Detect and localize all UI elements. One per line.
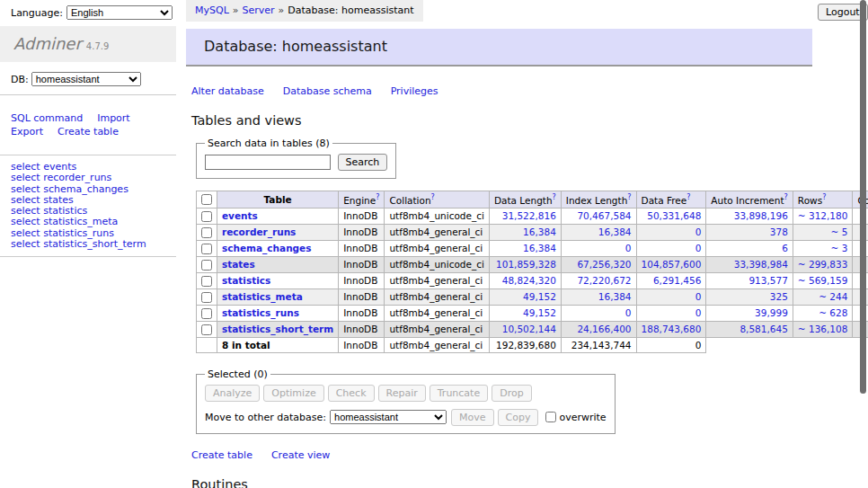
help-link[interactable]: ? xyxy=(431,193,435,201)
table-cell-collation: utf8mb4_general_ci xyxy=(385,305,489,321)
help-link[interactable]: ? xyxy=(686,193,690,201)
table-cell-engine: InnoDB xyxy=(339,321,385,337)
row-checkbox[interactable] xyxy=(201,292,212,303)
row-checkbox[interactable] xyxy=(201,227,212,238)
total-empty-cell xyxy=(706,337,868,352)
row-checkbox-cell xyxy=(197,240,217,256)
move-db-select[interactable]: homeassistant xyxy=(330,410,447,424)
sidebar-table-link[interactable]: select recorder_runs xyxy=(11,172,111,183)
total-label-cell: 8 in total xyxy=(217,337,339,352)
table-row: statisticsInnoDButf8mb4_general_ci48,824… xyxy=(197,272,868,288)
sidebar-table-link[interactable]: select statistics_runs xyxy=(11,227,114,239)
brand-name: Adminer xyxy=(13,34,82,53)
copy-button[interactable]: Copy xyxy=(498,409,539,426)
overwrite-checkbox[interactable] xyxy=(545,412,556,422)
column-header: Data Length? xyxy=(489,191,561,209)
help-link[interactable]: ? xyxy=(376,193,379,201)
row-checkbox[interactable] xyxy=(201,276,212,287)
move-row: Move to other database:homeassistantMove… xyxy=(205,409,607,426)
sidebar-action-link[interactable]: Create table xyxy=(58,125,119,138)
table-cell-rows: ~ 5 xyxy=(793,224,853,240)
search-legend: Search data in tables (8) xyxy=(205,138,332,149)
column-header: Engine? xyxy=(339,191,385,209)
help-link[interactable]: ? xyxy=(822,193,826,201)
row-checkbox[interactable] xyxy=(201,324,212,335)
table-name-link[interactable]: schema_changes xyxy=(222,243,312,253)
row-checkbox[interactable] xyxy=(201,260,212,271)
table-cell-data_free: 104,857,600 xyxy=(636,256,706,272)
table-name-link[interactable]: events xyxy=(222,210,258,221)
optimize-button[interactable]: Optimize xyxy=(263,385,323,402)
create-link[interactable]: Create view xyxy=(271,449,330,461)
analyze-button[interactable]: Analyze xyxy=(205,385,260,402)
breadcrumb-link[interactable]: MySQL xyxy=(195,4,229,16)
table-name-link[interactable]: statistics_runs xyxy=(222,307,299,318)
table-cell-auto_increment: 378 xyxy=(706,224,793,240)
table-cell-data_free: 0 xyxy=(636,224,706,240)
sidebar-table-link[interactable]: select statistics_short_term xyxy=(11,238,146,250)
table-name-cell: recorder_runs xyxy=(217,224,339,240)
check-button[interactable]: Check xyxy=(328,385,375,402)
help-link[interactable]: ? xyxy=(784,193,788,201)
table-name-link[interactable]: statistics_short_term xyxy=(222,324,333,334)
sidebar-table-link[interactable]: select events xyxy=(11,161,76,173)
help-link[interactable]: ? xyxy=(553,193,556,201)
sidebar-table-link[interactable]: select schema_changes xyxy=(11,183,128,195)
table-name-link[interactable]: recorder_runs xyxy=(222,226,296,237)
sidebar: Language:English Adminer4.7.9 DB:homeass… xyxy=(0,0,176,257)
row-checkbox[interactable] xyxy=(201,308,212,319)
table-name-link[interactable]: statistics_meta xyxy=(222,291,303,302)
table-cell-auto_increment: 8,581,645 xyxy=(706,321,793,337)
column-header-label: Rows xyxy=(798,195,822,206)
table-name-link[interactable]: statistics xyxy=(222,275,270,286)
table-cell-data_length: 16,384 xyxy=(489,240,561,256)
database-action-link[interactable]: Database schema xyxy=(283,85,372,97)
language-row: Language:English xyxy=(11,5,176,20)
search-button[interactable]: Search xyxy=(338,154,388,171)
row-checkbox[interactable] xyxy=(201,211,212,222)
sidebar-action-link[interactable]: SQL command xyxy=(11,111,83,125)
db-select-row: DB:homeassistant xyxy=(11,72,176,86)
language-select[interactable]: English xyxy=(66,5,173,20)
select-all-checkbox[interactable] xyxy=(201,194,212,205)
table-cell-collation: utf8mb4_general_ci xyxy=(385,224,489,240)
sidebar-table-link[interactable]: select statistics xyxy=(11,205,87,217)
sidebar-action-link[interactable]: Import xyxy=(97,111,130,125)
row-checkbox[interactable] xyxy=(201,244,212,254)
sidebar-actions: SQL commandImportExportCreate table xyxy=(0,105,176,145)
vertical-scrollbar[interactable] xyxy=(860,0,866,394)
drop-button[interactable]: Drop xyxy=(492,385,531,402)
breadcrumb-separator: » xyxy=(279,4,285,16)
sidebar-table-link[interactable]: select statistics_meta xyxy=(11,216,118,227)
breadcrumb-link[interactable]: Server xyxy=(243,4,275,16)
row-checkbox-cell xyxy=(197,208,217,224)
help-link[interactable]: ? xyxy=(627,193,631,201)
sidebar-table-link[interactable]: select states xyxy=(11,194,74,206)
table-name-cell: statistics_meta xyxy=(217,288,339,305)
truncate-button[interactable]: Truncate xyxy=(430,385,488,402)
table-cell-auto_increment: 33,398,984 xyxy=(706,256,793,272)
table-cell-index_length: 16,384 xyxy=(561,224,636,240)
sidebar-action-link[interactable]: Export xyxy=(11,125,43,138)
table-name-link[interactable]: states xyxy=(222,259,255,270)
search-input[interactable] xyxy=(205,155,331,170)
table-cell-index_length: 0 xyxy=(561,305,636,321)
db-select[interactable]: homeassistant xyxy=(31,72,141,86)
repair-button[interactable]: Repair xyxy=(378,385,426,402)
table-cell-data_free: 0 xyxy=(636,288,706,305)
database-action-link[interactable]: Alter database xyxy=(191,85,264,97)
total-cell-data_free: 0 xyxy=(636,337,706,352)
database-action-link[interactable]: Privileges xyxy=(391,85,438,97)
table-row: schema_changesInnoDButf8mb4_general_ci16… xyxy=(197,240,868,256)
breadcrumb: MySQL»Server»Database: homeassistant xyxy=(186,0,423,22)
table-cell-data_length: 16,384 xyxy=(489,224,561,240)
table-cell-data_free: 50,331,648 xyxy=(636,208,706,224)
search-fieldset: Search data in tables (8) Search xyxy=(196,138,396,179)
table-name-cell: statistics_runs xyxy=(217,305,339,321)
column-header: Data Free? xyxy=(636,191,706,209)
create-link[interactable]: Create table xyxy=(191,449,252,461)
move-button[interactable]: Move xyxy=(451,409,494,426)
table-cell-data_length: 49,152 xyxy=(489,288,561,305)
brand-version: 4.7.9 xyxy=(86,41,109,51)
column-header: Collation? xyxy=(385,191,489,209)
